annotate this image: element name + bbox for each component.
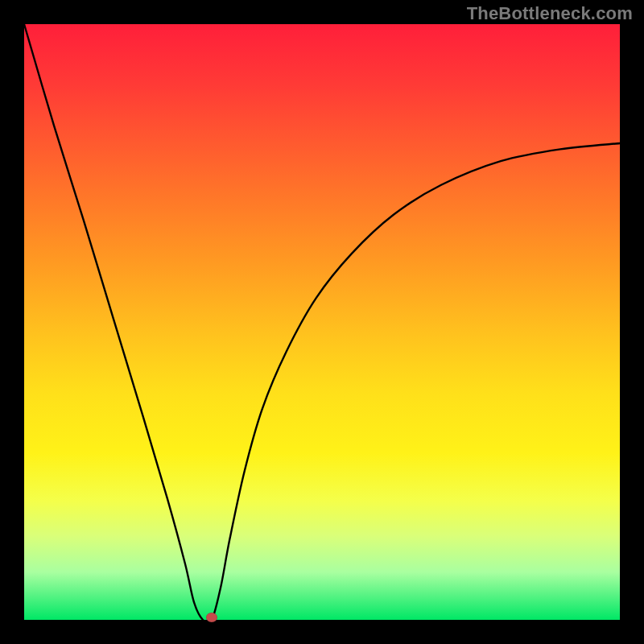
chart-frame: TheBottleneck.com [0,0,644,644]
bottleneck-curve [24,24,620,620]
watermark-text: TheBottleneck.com [467,3,633,24]
plot-area [24,24,620,620]
minimum-marker-dot [206,613,217,622]
